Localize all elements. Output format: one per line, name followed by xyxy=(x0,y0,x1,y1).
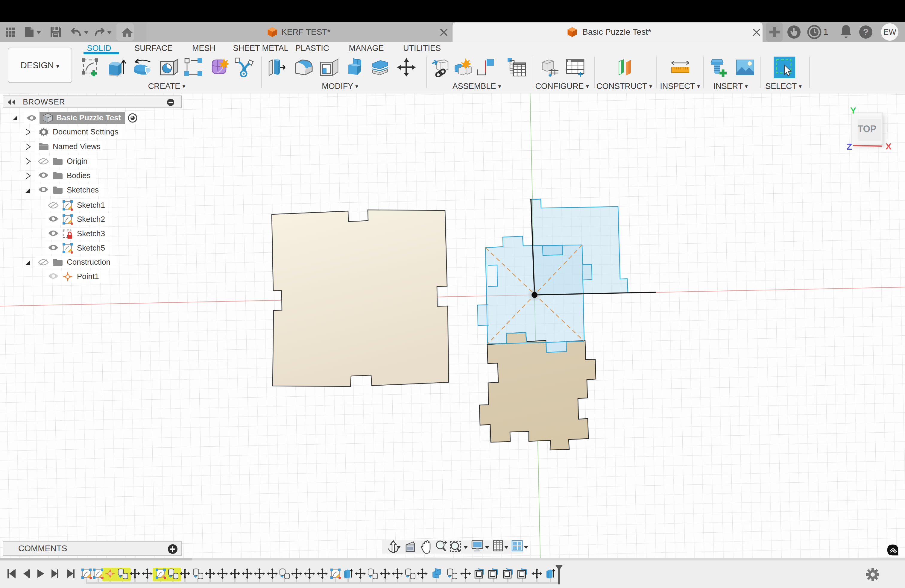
svg-text:?: ? xyxy=(863,27,868,37)
svg-text:TOP: TOP xyxy=(857,124,876,134)
svg-text:X: X xyxy=(886,141,892,151)
svg-text:Z: Z xyxy=(847,141,852,151)
svg-text:Y: Y xyxy=(850,105,856,115)
